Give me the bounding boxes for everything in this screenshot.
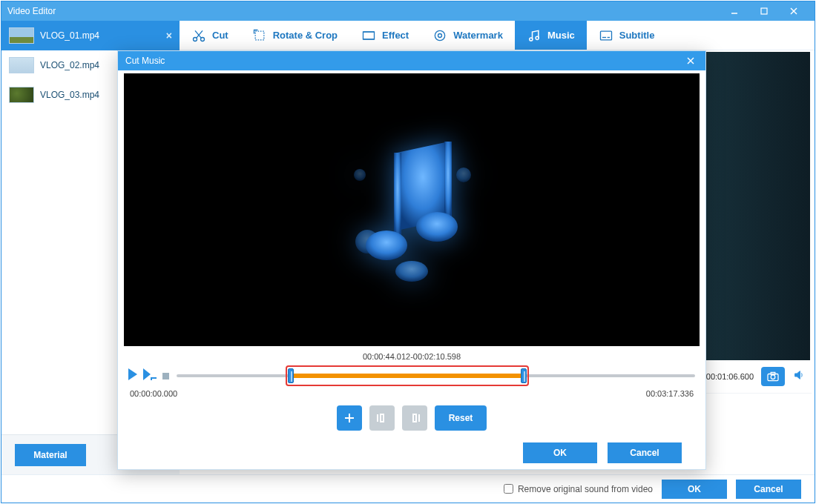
svg-point-15: [536, 36, 539, 39]
tool-watermark[interactable]: Watermark: [421, 21, 515, 50]
svg-point-26: [354, 169, 366, 181]
tool-toolbar: Cut Rotate & Crop Effect Watermark Music: [180, 21, 815, 50]
svg-point-29: [366, 231, 407, 260]
svg-rect-27: [394, 153, 401, 242]
tool-cut[interactable]: Cut: [180, 21, 240, 50]
svg-rect-1: [761, 8, 767, 14]
svg-rect-16: [600, 31, 611, 40]
main-footer: Remove original sound from video OK Canc…: [1, 474, 815, 503]
snapshot-button[interactable]: [761, 367, 785, 386]
time-row: 00:00:00.000 00:03:17.336: [128, 389, 695, 398]
tool-rotate-crop-label: Rotate & Crop: [273, 30, 338, 41]
mark-out-button: [402, 405, 427, 431]
window-controls: [720, 1, 809, 21]
svg-point-12: [435, 30, 445, 40]
play-segment-button[interactable]: [143, 368, 157, 383]
main-ok-button[interactable]: OK: [662, 480, 727, 499]
remove-sound-input[interactable]: [504, 484, 513, 494]
remove-sound-checkbox[interactable]: Remove original sound from video: [504, 484, 653, 494]
svg-rect-38: [381, 414, 384, 422]
stop-button[interactable]: [162, 373, 169, 379]
file-tab-active[interactable]: VLOG_01.mp4 ×: [1, 21, 180, 50]
titlebar: Video Editor: [1, 1, 815, 21]
playback-buttons: [128, 368, 169, 383]
svg-marker-33: [143, 368, 151, 380]
tool-music[interactable]: Music: [515, 21, 587, 50]
tool-effect[interactable]: Effect: [349, 21, 421, 50]
slider-selection: [291, 374, 524, 378]
svg-point-30: [416, 212, 458, 242]
dialog-title: Cut Music: [125, 56, 165, 66]
svg-line-6: [197, 30, 203, 38]
dialog-body: 00:00:44.012-00:02:10.598: [118, 70, 705, 469]
dialog-footer: OK Cancel: [128, 431, 695, 463]
svg-line-7: [195, 30, 201, 38]
svg-point-13: [438, 33, 442, 37]
music-preview: [124, 73, 700, 346]
svg-point-25: [456, 168, 471, 182]
volume-icon[interactable]: [792, 369, 806, 384]
tool-cut-label: Cut: [212, 30, 228, 41]
svg-point-31: [395, 261, 428, 282]
file-name: VLOG_03.mp4: [40, 90, 99, 100]
svg-rect-40: [413, 414, 416, 422]
file-thumbnail: [9, 87, 34, 103]
file-thumbnail: [9, 27, 34, 44]
tool-subtitle-label: Subtitle: [619, 30, 655, 41]
trim-end-handle[interactable]: [521, 368, 527, 383]
trim-action-buttons: Reset: [128, 405, 695, 431]
play-button[interactable]: [128, 368, 139, 383]
mark-in-button: [369, 405, 395, 431]
svg-rect-28: [444, 142, 452, 223]
dialog-cancel-button[interactable]: Cancel: [608, 442, 682, 463]
svg-rect-21: [771, 372, 775, 374]
svg-point-20: [771, 375, 775, 379]
maximize-button[interactable]: [749, 1, 779, 21]
app-window: Video Editor VLOG_01.mp4 × VLOG_02.mp: [1, 1, 815, 503]
preview-timecode: 00:01:06.600: [706, 372, 754, 381]
trim-end-time: 00:03:17.336: [646, 389, 694, 398]
dialog-ok-button[interactable]: OK: [523, 442, 597, 463]
close-button[interactable]: [779, 1, 809, 21]
trim-slider[interactable]: [177, 365, 695, 386]
trim-controls: 00:00:44.012-00:02:10.598: [124, 346, 700, 463]
music-art-icon: [124, 73, 700, 346]
tool-watermark-label: Watermark: [453, 30, 503, 41]
svg-rect-8: [255, 31, 264, 40]
app-title: Video Editor: [7, 6, 56, 16]
trim-row: [128, 365, 695, 386]
svg-point-14: [530, 37, 533, 40]
dialog-titlebar: Cut Music: [118, 51, 705, 70]
trim-start-handle[interactable]: [288, 368, 294, 383]
trim-start-time: 00:00:00.000: [130, 389, 177, 398]
main-cancel-button[interactable]: Cancel: [736, 480, 801, 499]
add-segment-button[interactable]: [337, 405, 362, 431]
file-thumbnail: [9, 57, 34, 73]
svg-rect-35: [151, 377, 152, 380]
file-name: VLOG_01.mp4: [40, 30, 99, 41]
selected-range-label: 00:00:44.012-00:02:10.598: [128, 352, 695, 361]
svg-rect-9: [363, 32, 375, 39]
cut-music-dialog: Cut Music: [117, 50, 706, 470]
tool-music-label: Music: [547, 30, 575, 41]
tool-effect-label: Effect: [382, 30, 409, 41]
remove-sound-label: Remove original sound from video: [518, 484, 653, 494]
reset-button[interactable]: Reset: [435, 405, 487, 431]
tool-subtitle[interactable]: Subtitle: [587, 21, 667, 50]
dialog-close-button[interactable]: [683, 53, 698, 68]
close-file-icon[interactable]: ×: [166, 30, 172, 42]
tool-rotate-crop[interactable]: Rotate & Crop: [240, 21, 349, 50]
svg-marker-32: [128, 368, 137, 380]
material-button[interactable]: Material: [15, 444, 86, 466]
minimize-button[interactable]: [720, 1, 749, 21]
file-name: VLOG_02.mp4: [40, 60, 99, 70]
